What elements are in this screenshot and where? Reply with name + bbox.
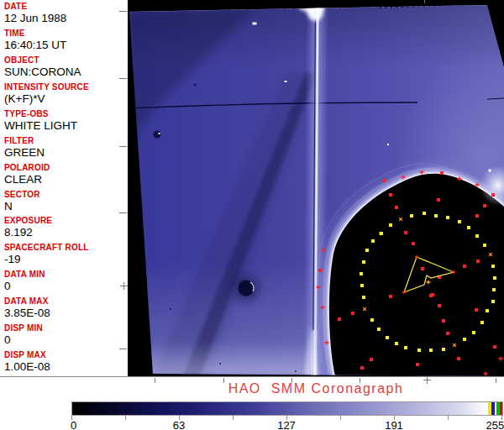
star-dot-red [475, 308, 478, 312]
star-dot-red [370, 358, 373, 361]
colorbar-tick [340, 416, 341, 420]
metadata-field: EXPOSURE8.192 [4, 216, 126, 239]
metadata-field: POLAROIDCLEAR [4, 163, 126, 186]
metadata-field: DATE12 Jun 1988 [4, 2, 126, 25]
star-dot-red [483, 204, 486, 207]
field-value: 0 [4, 333, 126, 347]
star-dot-red [404, 231, 407, 234]
star-dot-yellow [395, 342, 398, 345]
colorbar-label: 127 [277, 419, 296, 430]
metadata-field: OBJECTSUN:CORONA [4, 55, 126, 79]
star-dot-red [463, 265, 466, 268]
star-dot-yellow [480, 321, 484, 324]
star-dot-red [318, 269, 322, 272]
star-dot-red [431, 293, 434, 296]
field-value: 12 Jun 1988 [4, 12, 126, 25]
colorbar-label: 63 [173, 419, 185, 430]
star-dot-red [440, 171, 444, 175]
star-dot-red [476, 260, 480, 263]
fiducial-tick-left [119, 78, 127, 79]
instrument-title: HAO SMM Coronagraph [128, 381, 504, 396]
field-label: DATE [4, 2, 126, 12]
field-value: 3.85E-08 [4, 307, 126, 320]
star-dot-red [442, 319, 445, 322]
field-value: 8.192 [4, 226, 126, 239]
bottom-glow [128, 341, 319, 375]
star-dot-red [457, 357, 460, 360]
star-dot-yellow [491, 265, 495, 268]
polygon-vertex-dot [402, 291, 406, 294]
colorbar [71, 401, 503, 416]
fiducial-tick-left [119, 349, 127, 349]
colorbar-label: 255 [486, 419, 504, 430]
colorbar-tick [233, 416, 234, 420]
star-dot-red [446, 332, 449, 335]
field-label: TYPE-OBS [4, 109, 126, 119]
field-label: SECTOR [4, 190, 126, 200]
field-value: 0 [4, 280, 126, 293]
star-dot-yellow [360, 284, 364, 287]
fiducial-plus-left [123, 282, 124, 290]
colorbar-tick [448, 416, 449, 420]
star-dot-yellow [475, 234, 479, 238]
field-value: SUN:CORONA [4, 66, 126, 79]
metadata-field: TYPE-OBSWHITE LIGHT [4, 109, 126, 133]
white-speck [253, 23, 257, 25]
star-dot-yellow [370, 318, 374, 322]
star-dot-yellow [429, 349, 433, 352]
star-dot-yellow [404, 346, 407, 349]
coronagraph-display-window: DATE12 Jun 1988TIME16:40:15 UTOBJECTSUN:… [0, 0, 504, 430]
star-dot-red [421, 267, 424, 270]
frame-baseline [0, 376, 504, 377]
field-label: FILTER [4, 136, 126, 146]
field-value: CLEAR [4, 173, 126, 186]
star-dot-red [383, 179, 386, 182]
field-label: DATA MAX [4, 296, 126, 307]
star-dot-red [438, 304, 441, 307]
star-dot-yellow [389, 223, 392, 227]
metadata-field: SECTORN [4, 190, 126, 213]
metadata-field: DATA MAX3.85E-08 [4, 296, 126, 320]
star-dot-yellow [491, 300, 495, 303]
colorbar-label: 0 [71, 419, 76, 430]
field-label: OBJECT [4, 55, 126, 66]
dark-speck [170, 308, 171, 310]
metadata-field: DATA MIN0 [4, 270, 126, 293]
star-dot-red [437, 198, 440, 202]
field-value: -19 [4, 253, 126, 266]
colorbar-tick [125, 416, 126, 420]
star-dot-red [493, 345, 496, 349]
polygon-vertex-dot [452, 270, 455, 274]
star-dot-yellow [492, 288, 496, 291]
field-value: WHITE LIGHT [4, 119, 126, 133]
field-label: SPACECRAFT ROLL [4, 243, 126, 253]
colorbar-annotation-stripe [500, 402, 502, 415]
colorbar-label: 191 [385, 419, 403, 430]
dark-speck [219, 363, 221, 364]
fiducial-tick-left [119, 11, 127, 12]
star-dot-yellow [434, 214, 438, 218]
star-dot-yellow [423, 212, 426, 215]
fiducial-tick-top [424, 0, 425, 3]
coronagraph-image-svg [128, 0, 504, 376]
field-label: DATA MIN [4, 270, 126, 280]
field-value: N [4, 200, 126, 213]
star-dot-red [389, 193, 392, 197]
star-dot-yellow [417, 349, 421, 352]
dust-spot [154, 131, 161, 139]
field-label: TIME [4, 29, 126, 39]
metadata-panel: DATE12 Jun 1988TIME16:40:15 UTOBJECTSUN:… [0, 0, 128, 375]
star-dot-yellow [446, 216, 449, 219]
metadata-field: TIME16:40:15 UT [4, 29, 126, 52]
dark-speck [295, 370, 297, 372]
metadata-field: DISP MAX1.00E-08 [4, 350, 126, 374]
star-dot-red [338, 317, 341, 321]
fiducial-tick-left [119, 146, 127, 147]
colorbar-annotation-stripe [488, 402, 491, 415]
star-dot-red [389, 295, 392, 298]
coronagraph-image [128, 0, 504, 376]
star-dot-red [360, 366, 364, 370]
field-label: EXPOSURE [4, 216, 126, 226]
field-value: GREEN [4, 146, 126, 160]
star-dot-yellow [463, 338, 466, 341]
